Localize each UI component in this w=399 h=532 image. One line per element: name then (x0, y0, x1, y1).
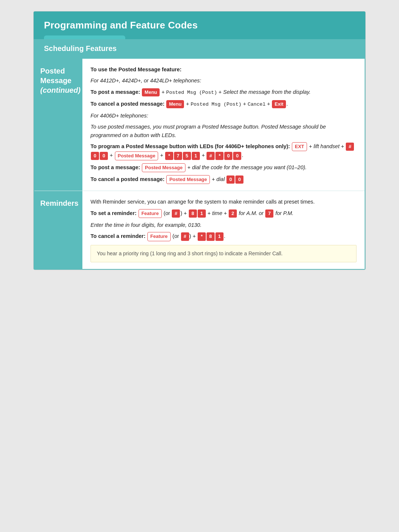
pm-cancel-msg-1: To cancel a posted message: Menu + Poste… (91, 100, 357, 109)
reminders-label: Reminders (40, 198, 78, 208)
pm-post-msg-1: To post a message: Menu + Posted Msg (Po… (91, 88, 357, 97)
page-container: Programming and Feature Codes Scheduling… (33, 11, 366, 270)
feature-label-posted-message: PostedMessage(continued) (34, 59, 82, 191)
pm-program-btn: To program a Posted Message button with … (91, 142, 357, 160)
reminders-content: With Reminder service, you can arrange f… (82, 191, 365, 269)
pm-for-phones-1: For 4412D+, 4424D+, or 4424LD+ telephone… (91, 76, 357, 85)
reminders-note-box: You hear a priority ring (1 long ring an… (91, 245, 357, 263)
page-title-bar: Programming and Feature Codes (34, 11, 365, 39)
pm-cancel-msg-2: To cancel a posted message: Posted Messa… (91, 175, 357, 184)
title-tab-decoration (44, 35, 125, 39)
reminders-set: To set a reminder: Feature (or #) + 81 +… (91, 209, 357, 218)
feature-row-reminders: Reminders With Reminder service, you can… (34, 191, 365, 269)
pm-4406-desc: To use posted messages, you must program… (91, 123, 357, 139)
page-title: Programming and Feature Codes (44, 20, 198, 31)
pm-heading: To use the Posted Message feature: (91, 65, 357, 74)
pm-for-phones-2: For 4406D+ telephones: (91, 112, 357, 120)
content-area: PostedMessage(continued) To use the Post… (34, 58, 365, 270)
feature-row-posted-message: PostedMessage(continued) To use the Post… (34, 59, 365, 191)
reminders-cancel: To cancel a reminder: Feature (or #) + *… (91, 232, 357, 241)
pm-post-msg-2: To post a message: Posted Message + dial… (91, 163, 357, 172)
posted-message-content: To use the Posted Message feature: For 4… (82, 59, 365, 191)
feature-label-reminders: Reminders (34, 191, 82, 269)
reminders-desc: With Reminder service, you can arrange f… (91, 198, 357, 206)
reminders-time-note: Enter the time in four digits, for examp… (91, 221, 357, 229)
reminders-note-text: You hear a priority ring (1 long ring an… (97, 250, 283, 256)
posted-message-label: PostedMessage(continued) (40, 66, 81, 95)
section-header: Scheduling Features (34, 39, 365, 58)
section-title: Scheduling Features (44, 44, 355, 53)
